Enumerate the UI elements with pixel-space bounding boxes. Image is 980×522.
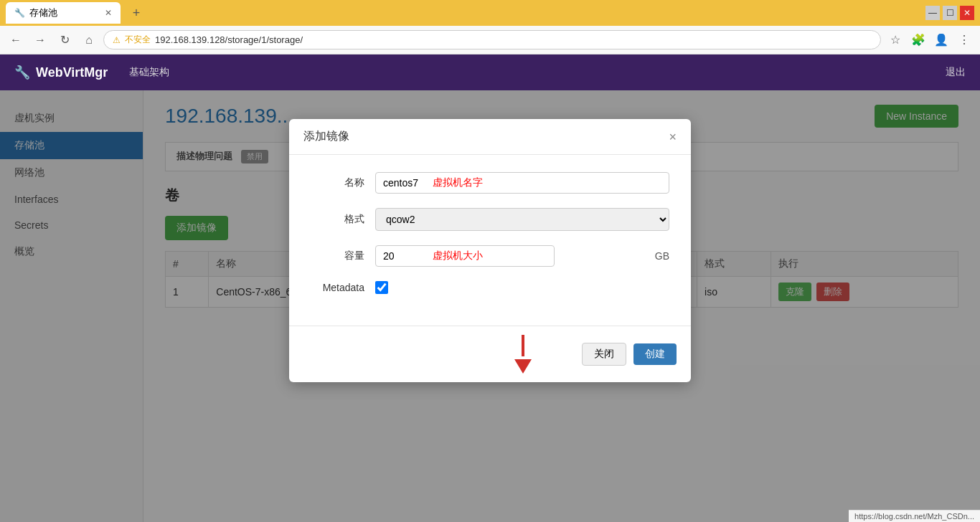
logo-icon: 🔧 — [14, 65, 30, 80]
modal-title: 添加镜像 — [303, 129, 349, 144]
add-image-modal: 添加镜像 × 名称 虚拟机名字 格式 — [289, 119, 691, 382]
close-button[interactable]: ✕ — [960, 6, 974, 20]
app-body: 虚机实例 存储池 网络池 Interfaces Secrets 概览 192.1… — [0, 90, 980, 522]
browser-chrome: 🔧 存储池 ✕ + — ☐ ✕ ← → ↻ ⌂ ⚠ 不安全 192.168.13… — [0, 0, 980, 54]
arrow-annotation — [514, 335, 532, 374]
browser-titlebar: 🔧 存储池 ✕ + — ☐ ✕ — [0, 0, 980, 26]
arrow-down — [514, 359, 532, 374]
toolbar-actions: ☆ 🧩 👤 ⋮ — [885, 30, 974, 50]
logout-button[interactable]: 退出 — [946, 66, 966, 79]
metadata-checkbox[interactable] — [375, 281, 388, 294]
format-label: 格式 — [311, 213, 375, 226]
name-field-row: 名称 虚拟机名字 — [311, 172, 669, 194]
format-field-row: 格式 qcow2 raw vmdk — [311, 208, 669, 231]
account-button[interactable]: 👤 — [931, 30, 951, 50]
status-bar: https://blog.csdn.net/Mzh_CSDn... — [849, 510, 980, 522]
back-button[interactable]: ← — [6, 30, 26, 50]
menu-button[interactable]: ⋮ — [954, 30, 974, 50]
security-icon: ⚠ — [113, 35, 121, 45]
maximize-button[interactable]: ☐ — [943, 6, 957, 20]
app-logo: 🔧 WebVirtMgr — [14, 65, 108, 80]
bookmark-button[interactable]: ☆ — [885, 30, 905, 50]
extensions-button[interactable]: 🧩 — [908, 30, 928, 50]
address-text: 192.168.139.128/storage/1/storage/ — [155, 34, 872, 45]
modal-header: 添加镜像 × — [289, 119, 691, 155]
modal-close-button[interactable]: × — [669, 130, 677, 143]
size-input[interactable] — [375, 245, 555, 267]
address-bar[interactable]: ⚠ 不安全 192.168.139.128/storage/1/storage/ — [103, 30, 881, 49]
browser-toolbar: ← → ↻ ⌂ ⚠ 不安全 192.168.139.128/storage/1/… — [0, 26, 980, 54]
tab-icon: 🔧 — [14, 8, 25, 18]
minimize-button[interactable]: — — [925, 6, 940, 20]
size-field-wrap: 虚拟机大小 — [375, 245, 648, 267]
modal-overlay: 添加镜像 × 名称 虚拟机名字 格式 — [0, 90, 980, 522]
home-button[interactable]: ⌂ — [79, 30, 99, 50]
metadata-label: Metadata — [311, 282, 375, 293]
create-button[interactable]: 创建 — [633, 343, 677, 365]
status-url: https://blog.csdn.net/Mzh_CSDn... — [854, 512, 974, 521]
modal-footer: 关闭 创建 — [289, 326, 691, 382]
nav-item-infrastructure[interactable]: 基础架构 — [129, 66, 169, 79]
close-modal-button[interactable]: 关闭 — [582, 343, 626, 366]
window-controls: — ☐ ✕ — [925, 6, 974, 20]
size-label: 容量 — [311, 250, 375, 262]
name-field-wrap: 虚拟机名字 — [375, 172, 669, 194]
format-select[interactable]: qcow2 raw vmdk — [375, 208, 669, 231]
metadata-field-row: Metadata — [311, 281, 669, 294]
forward-button[interactable]: → — [30, 30, 50, 50]
browser-tab[interactable]: 🔧 存储池 ✕ — [6, 2, 121, 24]
logo-text: WebVirtMgr — [36, 65, 108, 80]
size-field-row: 容量 虚拟机大小 GB — [311, 245, 669, 267]
modal-body: 名称 虚拟机名字 格式 qcow2 raw vmdk — [289, 155, 691, 326]
name-input[interactable] — [375, 172, 669, 194]
size-unit: GB — [655, 250, 669, 262]
tab-title: 存储池 — [29, 6, 57, 19]
security-label: 不安全 — [125, 34, 151, 46]
tab-close-btn[interactable]: ✕ — [105, 8, 112, 18]
arrow-line — [522, 335, 524, 356]
app-header: 🔧 WebVirtMgr 基础架构 退出 — [0, 54, 980, 90]
reload-button[interactable]: ↻ — [55, 30, 75, 50]
name-label: 名称 — [311, 176, 375, 189]
new-tab-button[interactable]: + — [126, 3, 146, 23]
